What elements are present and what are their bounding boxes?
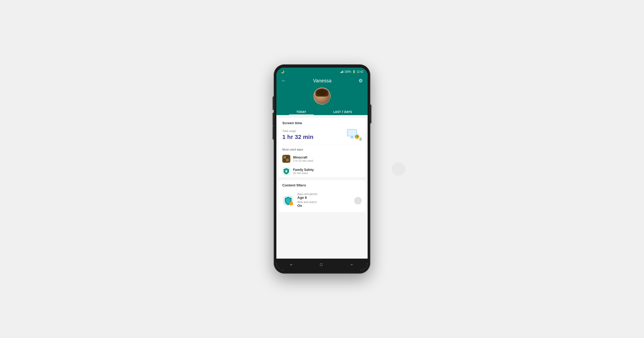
- apps-games-label: Apps and games: [297, 193, 351, 196]
- phone-screen: 🌙 100% 🔋 12:42 ← Vanessa: [276, 68, 368, 270]
- avatar: [313, 87, 331, 105]
- screen-time-title: Screen time: [279, 118, 365, 127]
- web-search-row: Web and search On: [297, 201, 351, 208]
- status-right: 100% 🔋 12:42: [340, 70, 363, 73]
- family-safety-icon: [282, 167, 290, 175]
- list-item: Family Safety 30 min used: [279, 165, 365, 177]
- page-title: Vanessa: [313, 78, 332, 84]
- back-nav-button[interactable]: ←: [346, 261, 357, 268]
- scroll-content[interactable]: Screen time Total usage 1 hr 32 min: [276, 115, 368, 259]
- bottom-nav-bar: ⌐ □ ←: [276, 259, 368, 270]
- svg-rect-3: [350, 138, 354, 138]
- web-search-label: Web and search: [297, 201, 351, 204]
- screen-time-row: Total usage 1 hr 32 min: [279, 127, 365, 145]
- age-value: Age 6: [297, 196, 351, 200]
- filter-details: Apps and games Age 6 Web and search On: [297, 193, 351, 209]
- svg-rect-13: [286, 156, 289, 159]
- svg-rect-16: [284, 157, 286, 158]
- filter-toggle-button[interactable]: [354, 197, 362, 204]
- minecraft-icon: [282, 155, 290, 163]
- web-search-value: On: [297, 204, 351, 208]
- battery-icon: 🔋: [352, 70, 356, 73]
- apps-age-row: Apps and games Age 6: [297, 193, 351, 200]
- back-button[interactable]: ←: [281, 78, 287, 84]
- recent-apps-button[interactable]: ⌐: [287, 261, 296, 268]
- floating-circle: [392, 162, 405, 176]
- battery-level: 100%: [344, 70, 351, 73]
- svg-rect-17: [287, 160, 288, 161]
- screen-time-icon: [346, 128, 362, 142]
- phone-device: 🌙 100% 🔋 12:42 ← Vanessa: [274, 64, 370, 274]
- svg-rect-10: [361, 137, 361, 141]
- signal-icon: [340, 70, 343, 73]
- status-left-icon: 🌙: [281, 70, 284, 74]
- total-usage-label: Total usage: [282, 130, 313, 133]
- time-display: 12:42: [357, 70, 363, 73]
- home-button[interactable]: □: [316, 261, 326, 268]
- app-time-2: 30 min used: [293, 172, 314, 175]
- shield-filter-icon: !: [282, 195, 294, 207]
- usage-info: Total usage 1 hr 32 min: [282, 130, 313, 141]
- svg-rect-2: [351, 136, 353, 138]
- tabs-bar: TODAY LAST 7 DAYS: [281, 108, 363, 115]
- most-used-label: Most used apps: [279, 145, 365, 153]
- tab-today[interactable]: TODAY: [281, 108, 322, 115]
- avatar-hair: [316, 89, 328, 97]
- list-item: Minecraft 1 hr 10 min used: [279, 153, 365, 165]
- content-filters-card[interactable]: Content filters !: [279, 180, 365, 212]
- app-details: Minecraft 1 hr 10 min used: [293, 156, 313, 162]
- bottom-spacer: [276, 215, 368, 217]
- svg-rect-9: [360, 138, 360, 141]
- content-filters-title: Content filters: [279, 180, 365, 189]
- svg-rect-14: [283, 159, 286, 161]
- status-bar: 🌙 100% 🔋 12:42: [276, 68, 368, 75]
- app-time: 1 hr 10 min used: [293, 159, 313, 162]
- header-top: ← Vanessa ⚙: [281, 77, 363, 84]
- total-usage-value: 1 hr 32 min: [282, 134, 313, 141]
- svg-rect-1: [348, 130, 356, 136]
- app-name-2: Family Safety: [293, 168, 314, 172]
- app-name: Minecraft: [293, 156, 313, 159]
- screen-time-card: Screen time Total usage 1 hr 32 min: [279, 118, 365, 177]
- settings-button[interactable]: ⚙: [358, 77, 363, 84]
- tab-last7days[interactable]: LAST 7 DAYS: [322, 108, 363, 115]
- content-filter-row[interactable]: ! Apps and games Age 6 Web and search On: [279, 189, 365, 212]
- svg-text:!: !: [291, 203, 292, 205]
- app-header: ← Vanessa ⚙ TODAY LAST 7 DAYS: [276, 75, 368, 115]
- avatar-container: [281, 87, 363, 105]
- app-details-2: Family Safety 30 min used: [293, 168, 314, 175]
